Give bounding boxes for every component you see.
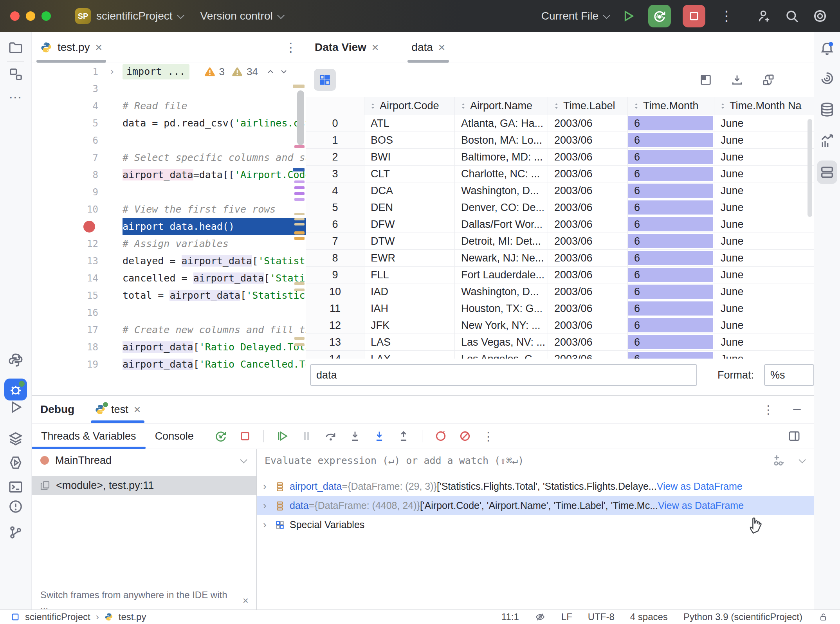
table-cell[interactable]: 6 [628, 250, 714, 267]
inspection-widget[interactable]: 3 34 [204, 63, 288, 80]
row-index-cell[interactable]: 7 [306, 233, 364, 250]
step-over-icon[interactable] [323, 428, 339, 444]
expand-chevron-icon[interactable]: › [263, 500, 275, 512]
table-cell[interactable]: 6 [628, 132, 714, 149]
code-line[interactable]: 16 [32, 304, 306, 321]
stripe-mark[interactable] [294, 282, 305, 285]
resume-program-icon[interactable] [274, 428, 290, 444]
code-line[interactable]: 8airport_data=data[['Airport.Code', [32, 166, 306, 184]
code-line[interactable]: 18airport_data['Ratio Delayed.Total' [32, 339, 306, 356]
highlighting-off-icon[interactable] [535, 611, 546, 622]
table-cell[interactable]: 2003/06 [548, 250, 628, 267]
stripe-mark[interactable] [294, 237, 305, 240]
vcs-menu[interactable]: Version control [200, 10, 283, 22]
format-input[interactable] [764, 364, 814, 386]
table-cell[interactable]: 6 [628, 233, 714, 250]
table-cell[interactable]: Washington, D... [455, 182, 548, 199]
table-cell[interactable]: 6 [628, 334, 714, 351]
minimize-window-button[interactable] [26, 11, 35, 21]
debug-toolbar-more-menu[interactable]: ⋮ [481, 429, 496, 443]
notifications-bell-icon[interactable] [819, 41, 835, 56]
table-cell[interactable]: Denver, CO: De... [455, 199, 548, 216]
view-breakpoints-icon[interactable] [433, 428, 449, 444]
close-icon[interactable]: × [372, 41, 379, 53]
row-index-cell[interactable]: 13 [306, 334, 364, 351]
editor-tab-testpy[interactable]: test.py × [32, 32, 111, 63]
table-cell[interactable]: 2003/06 [548, 216, 628, 233]
table-cell[interactable]: 2003/06 [548, 334, 628, 351]
row-index-cell[interactable]: 9 [306, 267, 364, 283]
table-row[interactable]: 0ATLAtlanta, GA: Ha...2003/066June [306, 115, 814, 132]
table-row[interactable]: 6DFWDallas/Fort Wor...2003/066June [306, 216, 814, 233]
close-icon[interactable]: × [134, 404, 141, 415]
stripe-mark[interactable] [294, 223, 305, 225]
close-icon[interactable]: × [95, 41, 102, 53]
problems-tool-icon[interactable] [8, 499, 23, 514]
prev-problem-icon[interactable] [266, 67, 275, 76]
rerun-debug-button[interactable] [648, 5, 671, 27]
code-line[interactable]: 19airport_data['Ratio Cancelled.Tota [32, 356, 306, 373]
table-cell[interactable]: 6 [628, 216, 714, 233]
stripe-mark[interactable] [294, 231, 305, 234]
table-cell[interactable]: Las Vegas, NV: ... [455, 334, 548, 351]
column-header[interactable]: Airport.Code [364, 97, 455, 115]
thread-selector[interactable]: MainThread [32, 449, 256, 472]
stripe-mark[interactable] [294, 213, 305, 215]
maximize-window-button[interactable] [41, 11, 51, 21]
step-into-icon[interactable] [347, 428, 363, 444]
row-index-cell[interactable]: 8 [306, 250, 364, 267]
table-cell[interactable]: DEN [364, 199, 455, 216]
table-cell[interactable]: June [714, 233, 814, 250]
table-cell[interactable]: June [714, 267, 814, 283]
next-problem-icon[interactable] [279, 67, 288, 76]
table-cell[interactable]: 2003/06 [548, 115, 628, 132]
hide-panel-icon[interactable] [793, 409, 801, 410]
table-cell[interactable]: LAS [364, 334, 455, 351]
ai-assistant-icon[interactable] [819, 70, 835, 86]
code-line[interactable]: 3 [32, 80, 306, 97]
expand-chevron-icon[interactable]: › [263, 480, 275, 492]
code-line[interactable]: 12# Assign variables [32, 235, 306, 252]
table-cell[interactable]: 6 [628, 317, 714, 334]
column-header[interactable]: Time.Month [628, 97, 714, 115]
table-cell[interactable]: 2003/06 [548, 166, 628, 182]
column-header[interactable]: Time.Label [548, 97, 628, 115]
row-index-cell[interactable]: 6 [306, 216, 364, 233]
table-cell[interactable]: Baltimore, MD: ... [455, 149, 548, 166]
table-cell[interactable]: ATL [364, 115, 455, 132]
table-cell[interactable]: DTW [364, 233, 455, 250]
table-cell[interactable]: June [714, 132, 814, 149]
table-cell[interactable]: 6 [628, 115, 714, 132]
table-cell[interactable]: Detroit, MI: Det... [455, 233, 548, 250]
table-cell[interactable]: IAD [364, 283, 455, 300]
stop-button[interactable] [683, 5, 705, 27]
table-cell[interactable]: Los Angeles, C... [455, 351, 548, 359]
row-index-cell[interactable]: 1 [306, 132, 364, 149]
row-index-cell[interactable]: 5 [306, 199, 364, 216]
table-cell[interactable]: June [714, 216, 814, 233]
table-row[interactable]: 11IAHHouston, TX: G...2003/066June [306, 300, 814, 317]
table-cell[interactable]: June [714, 149, 814, 166]
services-tool-icon[interactable] [8, 431, 23, 446]
table-row[interactable]: 7DTWDetroit, MI: Det...2003/066June [306, 233, 814, 250]
row-index-cell[interactable]: 4 [306, 182, 364, 199]
row-index-cell[interactable]: 2 [306, 149, 364, 166]
table-cell[interactable]: New York, NY: ... [455, 317, 548, 334]
view-as-dataframe-link[interactable]: View as DataFrame [658, 500, 744, 511]
add-user-button[interactable] [755, 8, 772, 24]
data-tab[interactable]: data × [403, 32, 454, 63]
transpose-icon[interactable] [760, 72, 777, 88]
evaluate-expression-bar[interactable]: Evaluate expression (↵) or add a watch (… [257, 449, 814, 472]
code-line[interactable]: 4# Read file [32, 97, 306, 115]
table-cell[interactable]: 6 [628, 182, 714, 199]
code-line[interactable]: 17# Create new columns and fill them [32, 321, 306, 339]
project-tool-icon[interactable] [8, 40, 23, 56]
table-cell[interactable]: 6 [628, 351, 714, 359]
stripe-mark[interactable] [294, 218, 305, 220]
encoding-selector[interactable]: UTF-8 [588, 611, 615, 622]
table-cell[interactable]: 6 [628, 267, 714, 283]
table-row[interactable]: 13LASLas Vegas, NV: ...2003/066June [306, 334, 814, 351]
table-cell[interactable]: 6 [628, 283, 714, 300]
run-configuration-selector[interactable]: Current File [541, 10, 608, 22]
table-row[interactable]: 12JFKNew York, NY: ...2003/066June [306, 317, 814, 334]
